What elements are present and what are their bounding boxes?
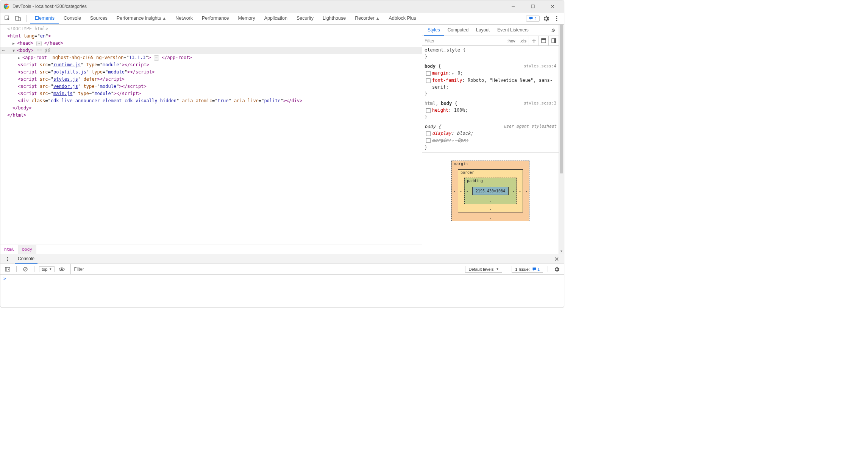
window-minimize-button[interactable] — [505, 1, 521, 12]
dom-node-script-polyfills[interactable]: <script src="polyfills.js" type="module"… — [0, 69, 422, 76]
scroll-thumb[interactable] — [560, 25, 563, 173]
dom-node-script-vendor[interactable]: <script src="vendor.js" type="module"></… — [0, 83, 422, 90]
dom-node-script-main[interactable]: <script src="main.js" type="module"></sc… — [0, 90, 422, 97]
console-filter-input[interactable] — [70, 264, 462, 274]
dom-node-html-close[interactable]: </html> — [0, 112, 422, 119]
tab-computed[interactable]: Computed — [444, 25, 472, 36]
rule-body-scss4[interactable]: styles.scss:4 body { margin:▸ 0; font-fa… — [422, 62, 559, 99]
dom-node-html[interactable]: <html lang="en"> — [0, 33, 422, 40]
rule-body-ua[interactable]: user agent stylesheet body { display: bl… — [422, 122, 559, 153]
more-tabs-icon[interactable] — [549, 26, 557, 34]
vertical-scrollbar[interactable]: ▲ ▼ — [559, 25, 564, 254]
settings-icon[interactable] — [542, 14, 550, 23]
execution-context-select[interactable]: top▼ — [39, 266, 55, 272]
svg-rect-23 — [5, 267, 10, 271]
style-rules[interactable]: element.style { } styles.scss:4 body { m… — [422, 46, 559, 153]
rule-origin-ua: user agent stylesheet — [504, 123, 556, 130]
window-close-button[interactable] — [544, 1, 561, 12]
tab-sources[interactable]: Sources — [86, 12, 112, 24]
dom-node-script-runtime[interactable]: <script src="runtime.js" type="module"><… — [0, 61, 422, 69]
inspect-element-icon[interactable] — [3, 14, 12, 23]
console-toolbar: top▼ Default levels▼ 1 Issue: 1 — [0, 264, 564, 275]
hov-toggle[interactable]: :hov — [505, 36, 518, 45]
svg-point-19 — [7, 258, 8, 259]
dom-node-doctype[interactable]: <!DOCTYPE html> — [0, 25, 422, 33]
breadcrumb-html[interactable]: html — [0, 245, 19, 254]
dom-node-body[interactable]: ▼<body> == $0 — [0, 47, 422, 54]
tab-layout[interactable]: Layout — [472, 25, 493, 36]
main-tabs: Elements Console Sources Performance ins… — [30, 12, 421, 24]
styles-tabs: Styles Computed Layout Event Listeners — [422, 25, 559, 36]
svg-point-20 — [7, 260, 8, 261]
device-toolbar-icon[interactable] — [14, 14, 22, 23]
issues-chip[interactable]: 1 — [526, 16, 540, 22]
svg-point-10 — [556, 18, 557, 19]
rule-element-style[interactable]: element.style { } — [422, 46, 559, 62]
rule-html-body-scss3[interactable]: styles.scss:3 html, body { height: 100%;… — [422, 99, 559, 122]
box-model: margin - - - - border - - - - padding — [422, 153, 559, 229]
tab-adblock-plus[interactable]: Adblock Plus — [384, 12, 421, 24]
content-area: <!DOCTYPE html> <html lang="en"> ▶<head>… — [0, 25, 564, 254]
bm-content[interactable]: 2195.430×1084 — [472, 187, 509, 195]
tab-application[interactable]: Application — [260, 12, 292, 24]
rule-origin-link[interactable]: styles.scss:3 — [524, 100, 556, 107]
issues-counter[interactable]: 1 Issue: 1 — [512, 266, 543, 273]
tab-recorder[interactable]: Recorder▲ — [350, 12, 384, 24]
tab-event-listeners[interactable]: Event Listeners — [493, 25, 532, 36]
console-sidebar-toggle-icon[interactable] — [3, 265, 12, 273]
tab-elements[interactable]: Elements — [30, 12, 59, 24]
decl-font-family[interactable]: font-family: Roboto, "Helvetica Neue", s… — [425, 77, 556, 91]
dom-tree[interactable]: <!DOCTYPE html> <html lang="en"> ▶<head>… — [0, 25, 422, 245]
styles-toolbar: :hov .cls — [422, 36, 559, 46]
drawer-close-icon[interactable] — [553, 255, 561, 263]
window-maximize-button[interactable] — [525, 1, 541, 12]
window-title: DevTools - localhost:4200/categories — [12, 4, 87, 9]
toggle-sidebar-icon[interactable] — [549, 36, 559, 45]
elements-panel: <!DOCTYPE html> <html lang="en"> ▶<head>… — [0, 25, 422, 254]
toggle-computed-icon[interactable] — [539, 36, 549, 45]
bm-border[interactable]: border - - - - padding - - - - — [458, 169, 523, 212]
tab-performance-insights[interactable]: Performance insights▲ — [112, 12, 171, 24]
scroll-down-icon[interactable]: ▼ — [559, 248, 564, 254]
console-output[interactable]: > — [0, 275, 564, 308]
bm-padding[interactable]: padding - - - - 2195.430×1084 — [464, 178, 517, 204]
drawer-tab-console[interactable]: Console — [15, 254, 37, 264]
tab-security[interactable]: Security — [292, 12, 318, 24]
dom-node-script-styles[interactable]: <script src="styles.js" defer></script> — [0, 76, 422, 83]
tab-lighthouse[interactable]: Lighthouse — [318, 12, 350, 24]
pin-icon: ▲ — [376, 16, 380, 20]
svg-point-18 — [7, 257, 8, 258]
dom-node-div-announcer[interactable]: <div class="cdk-live-announcer-element c… — [0, 97, 422, 105]
tab-performance[interactable]: Performance — [197, 12, 234, 24]
rule-origin-link[interactable]: styles.scss:4 — [524, 63, 556, 70]
clear-console-icon[interactable] — [21, 265, 30, 273]
bm-margin[interactable]: margin - - - - border - - - - padding — [451, 161, 529, 221]
tab-console[interactable]: Console — [59, 12, 86, 24]
tab-styles[interactable]: Styles — [424, 25, 444, 36]
cls-toggle[interactable]: .cls — [518, 36, 529, 45]
decl-margin-overridden[interactable]: margin:▸ 8px; — [425, 137, 556, 144]
tab-network[interactable]: Network — [171, 12, 197, 24]
decl-margin[interactable]: margin:▸ 0; — [425, 70, 556, 77]
more-menu-icon[interactable] — [553, 14, 561, 23]
decl-height[interactable]: height: 100%; — [425, 107, 556, 114]
live-expression-icon[interactable] — [58, 265, 66, 273]
chrome-logo-icon — [3, 3, 9, 9]
breadcrumb-body[interactable]: body — [19, 245, 37, 254]
console-settings-icon[interactable] — [553, 265, 561, 273]
log-levels-select[interactable]: Default levels▼ — [465, 266, 502, 273]
new-style-rule-icon[interactable] — [529, 36, 539, 45]
main-toolbar: Elements Console Sources Performance ins… — [0, 12, 564, 25]
svg-point-11 — [556, 20, 557, 21]
tab-memory[interactable]: Memory — [234, 12, 260, 24]
svg-line-26 — [24, 268, 27, 270]
breadcrumb: html body — [0, 245, 422, 254]
svg-rect-3 — [531, 5, 534, 8]
dom-node-body-close[interactable]: </body> — [0, 105, 422, 112]
decl-display[interactable]: display: block; — [425, 130, 556, 137]
pin-icon: ▲ — [162, 16, 166, 20]
dom-node-app-root[interactable]: ▶<app-root _nghost-ahg-c165 ng-version="… — [0, 54, 422, 61]
dom-node-head[interactable]: ▶<head> ⋯ </head> — [0, 40, 422, 47]
drawer-more-icon[interactable] — [3, 255, 12, 263]
styles-filter-input[interactable] — [422, 36, 505, 45]
